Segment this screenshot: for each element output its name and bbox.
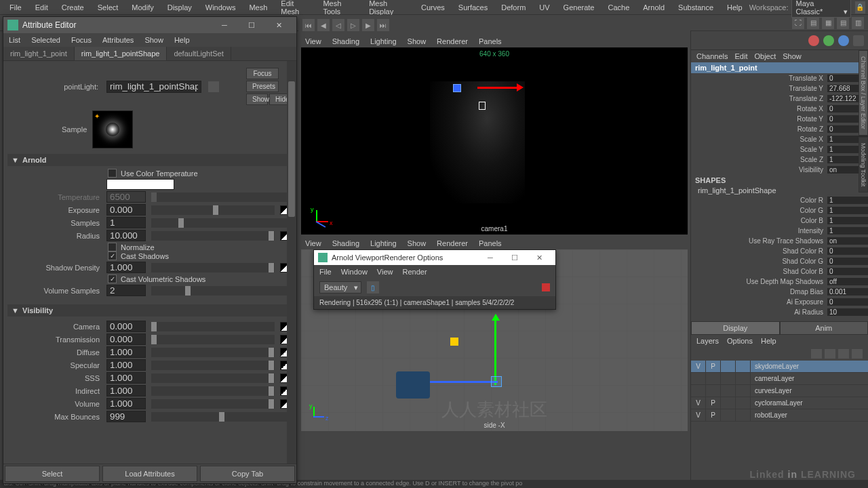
cb-attr-value[interactable]: 1 [827,197,868,204]
layer-play-toggle[interactable]: P [706,361,721,373]
cb-row[interactable]: Rotate Z0 [691,124,868,134]
focus-button[interactable]: Focus [246,68,279,79]
volume-slider[interactable] [151,399,275,409]
layer-mask-toggle[interactable] [721,373,736,385]
presets-button[interactable]: Presets [246,81,279,92]
rewind-icon[interactable]: ⏮ [302,19,315,31]
cb-row[interactable]: Dmap Bias0.001 [691,287,868,297]
menu-create[interactable]: Create [55,1,91,14]
cb-row[interactable]: Scale X1 [691,134,868,144]
layer-row[interactable]: cameraLayer [691,373,868,385]
ae-tab-lightset[interactable]: defaultLightSet [167,47,231,60]
menu-edit[interactable]: Edit [28,1,55,14]
cb-row[interactable]: Color G1 [691,205,868,216]
sss-field[interactable] [106,372,146,384]
cb-row[interactable]: Color B1 [691,216,868,226]
samples-slider[interactable] [151,218,287,228]
cb-row[interactable]: Color R1 [691,195,868,205]
new-layer-icon[interactable] [838,349,849,359]
indirect-slider[interactable] [151,386,275,396]
arn-minimize-button[interactable]: ─ [478,250,502,265]
cb-row[interactable]: Shad Color G0 [691,256,868,266]
forward-end-icon[interactable]: ⏭ [377,19,389,31]
specular-slider[interactable] [151,361,275,370]
cb-row[interactable]: Scale Y1 [691,144,868,155]
select-button[interactable]: Select [5,466,100,482]
diffuse-field[interactable] [106,346,146,358]
cb-icon-4[interactable] [853,35,864,46]
vp2-menu-lighting[interactable]: Lighting [370,239,397,247]
new-layer-sel-icon[interactable] [852,349,863,359]
diffuse-slider[interactable] [151,348,275,357]
cast-vol-shadows-checkbox[interactable]: ✓ [108,274,117,283]
layer-play-toggle[interactable] [706,373,721,385]
arn-maximize-button[interactable]: ☐ [502,250,527,265]
layer-mask-toggle[interactable] [721,397,736,409]
layer-vis-toggle[interactable]: V [691,409,706,422]
vp-menu-show[interactable]: Show [408,37,427,45]
cb-node-name[interactable]: rim_light_1_point [691,62,868,73]
layer-mask-toggle[interactable] [721,361,736,373]
shadow-density-slider[interactable] [151,263,275,272]
ae-menu-show[interactable]: Show [144,36,163,44]
close-button[interactable]: ✕ [265,17,292,33]
shelf-icon-1[interactable]: ⛶ [792,17,804,29]
cb-row[interactable]: Scale Z1 [691,155,868,165]
light-icon[interactable] [450,338,458,346]
shelf-icon-2[interactable]: ▤ [807,17,819,29]
radius-slider[interactable] [151,231,275,241]
gizmo-center[interactable] [491,376,502,387]
cb-icon-3[interactable] [838,35,849,46]
cb-row[interactable]: Intensity1 [691,226,868,236]
menu-substance[interactable]: Substance [671,1,720,14]
side-tab-modeling[interactable]: Modeling Toolkit [859,137,868,192]
cb-menu-object[interactable]: Object [754,52,776,60]
radius-field[interactable] [106,230,146,241]
color-swatch[interactable] [106,179,174,190]
cb-row[interactable]: Use Ray Trace Shadowson [691,236,868,246]
arn-menu-render[interactable]: Render [403,268,427,276]
layer-row[interactable]: VPcycloramaLayer [691,397,868,409]
cb-attr-value[interactable]: 0.001 [827,288,868,296]
camera-slider[interactable] [151,322,275,331]
cb-attr-value[interactable]: 1 [827,207,868,214]
ae-menu-selected[interactable]: Selected [31,36,60,44]
cb-row[interactable]: Translate Y27.668 [691,83,868,94]
cb-row[interactable]: Use Depth Map Shadowsoff [691,277,868,287]
layer-row[interactable]: curvesLayer [691,385,868,397]
menu-display[interactable]: Display [161,1,199,14]
region-icon[interactable]: ▯ [367,281,379,293]
anim-tab[interactable]: Anim [780,321,869,335]
menu-help[interactable]: Help [720,1,749,14]
layers-menu-layers[interactable]: Layers [696,337,719,345]
menu-generate[interactable]: Generate [557,1,601,14]
aov-dropdown[interactable]: Beauty [319,281,361,293]
vp2-menu-renderer[interactable]: Renderer [437,239,468,247]
play-fwd-icon[interactable]: ▷ [347,19,359,31]
layer-color-swatch[interactable] [736,373,751,385]
cb-row[interactable]: Visibilityon [691,165,868,175]
shelf-icon-5[interactable]: ▥ [852,17,864,29]
cast-shadows-checkbox[interactable]: ✓ [108,251,117,260]
menu-cache[interactable]: Cache [601,1,636,14]
cb-row[interactable]: Shad Color B0 [691,266,868,277]
cb-attr-value[interactable]: 0 [827,247,868,255]
vol-samples-slider[interactable] [151,286,287,296]
maximize-button[interactable]: ☐ [238,17,265,33]
viewport-camera1[interactable]: 640 x 360 y x camera1 [301,47,688,235]
arn-menu-window[interactable]: Window [341,268,368,276]
step-fwd-icon[interactable]: ▶ [362,19,374,31]
menu-curves[interactable]: Curves [414,1,452,14]
samples-field[interactable] [106,217,146,228]
step-back-icon[interactable]: ◀ [317,19,330,31]
vp2-menu-view[interactable]: View [305,239,321,247]
cb-row[interactable]: Translate X0 [691,73,868,83]
shadow-density-field[interactable] [106,262,146,273]
exposure-slider[interactable] [151,205,275,215]
vp-menu-lighting[interactable]: Lighting [370,37,397,45]
cb-attr-value[interactable]: 0 [827,268,868,275]
layer-vis-toggle[interactable] [691,385,706,397]
menu-file[interactable]: File [3,1,28,14]
cb-attr-value[interactable]: 10 [827,308,868,316]
layer-vis-toggle[interactable] [691,373,706,385]
